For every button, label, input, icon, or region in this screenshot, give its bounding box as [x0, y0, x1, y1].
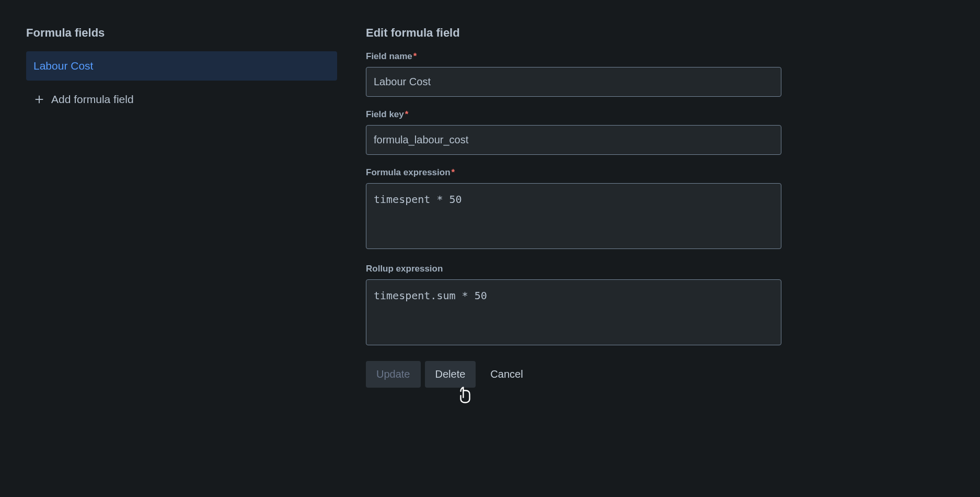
cancel-button[interactable]: Cancel	[480, 361, 533, 388]
required-indicator: *	[405, 109, 409, 119]
cursor-pointer-icon	[457, 386, 473, 406]
required-indicator: *	[452, 167, 455, 177]
update-button[interactable]: Update	[366, 361, 421, 388]
plus-icon	[33, 94, 45, 105]
formula-expression-input[interactable]	[366, 183, 781, 249]
formula-fields-title: Formula fields	[26, 26, 337, 40]
delete-button[interactable]: Delete	[425, 361, 476, 388]
edit-formula-field-title: Edit formula field	[366, 26, 781, 40]
edit-formula-field-panel: Edit formula field Field name* Field key…	[366, 26, 781, 388]
field-key-input[interactable]	[366, 125, 781, 155]
field-name-input[interactable]	[366, 67, 781, 97]
required-indicator: *	[413, 51, 417, 61]
field-name-label: Field name*	[366, 51, 781, 62]
formula-field-item[interactable]: Labour Cost	[26, 51, 337, 81]
action-button-row: Update Delete Cancel	[366, 361, 781, 388]
field-key-label: Field key*	[366, 109, 781, 120]
formula-expression-label: Formula expression*	[366, 167, 781, 178]
rollup-expression-input[interactable]	[366, 279, 781, 345]
add-formula-field-label: Add formula field	[51, 93, 134, 106]
add-formula-field-button[interactable]: Add formula field	[26, 85, 337, 114]
rollup-expression-label: Rollup expression	[366, 264, 781, 274]
formula-fields-panel: Formula fields Labour Cost Add formula f…	[26, 26, 337, 388]
